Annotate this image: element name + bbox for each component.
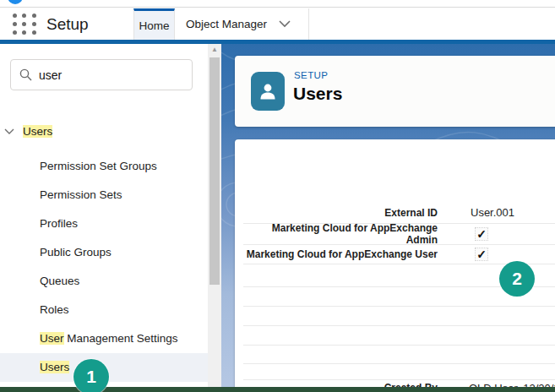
sidebar-item-permission-set-groups[interactable]: Permission Set Groups bbox=[0, 152, 208, 181]
sidebar-item-public-groups[interactable]: Public Groups bbox=[0, 238, 208, 267]
field-value: ✓ bbox=[471, 248, 488, 261]
top-strip bbox=[0, 0, 555, 8]
browser-logo-icon bbox=[8, 0, 23, 4]
chevron-down-icon bbox=[279, 18, 291, 30]
sidebar-item-permission-sets[interactable]: Permission Sets bbox=[0, 181, 208, 210]
page-title: Users bbox=[293, 84, 342, 104]
search-icon bbox=[19, 68, 32, 81]
app-title: Setup bbox=[46, 8, 89, 40]
scrollbar-thumb[interactable] bbox=[209, 57, 220, 285]
tab-home-label: Home bbox=[139, 19, 169, 32]
field-label: Marketing Cloud for AppExchange User bbox=[243, 248, 438, 260]
scrollbar-up-arrow-icon[interactable]: ▲ bbox=[208, 46, 221, 53]
setup-eyebrow: SETUP bbox=[294, 70, 328, 80]
salesforce-setup-screen: Setup Home Object Manager bbox=[0, 0, 555, 392]
detail-row-external-id: External ID User.001 bbox=[243, 202, 555, 224]
tab-object-manager-label: Object Manager bbox=[186, 18, 267, 30]
field-value: ✓ bbox=[471, 227, 488, 241]
detail-row-empty bbox=[243, 326, 555, 346]
sidebar-search[interactable] bbox=[10, 59, 193, 90]
app-bar: Setup Home Object Manager bbox=[0, 8, 555, 40]
detail-row-empty bbox=[243, 307, 555, 326]
page-header-card: SETUP Users bbox=[235, 56, 555, 127]
setup-sidebar: Users Permission Set Groups Permission S… bbox=[0, 44, 208, 392]
chevron-down-icon[interactable] bbox=[4, 125, 14, 138]
annotation-badge-1: 1 bbox=[73, 359, 109, 392]
field-label: External ID bbox=[243, 207, 438, 219]
tree-items: Permission Set Groups Permission Sets Pr… bbox=[0, 152, 208, 382]
detail-row-empty bbox=[243, 346, 555, 364]
user-object-icon bbox=[251, 72, 285, 111]
annotation-badge-2: 2 bbox=[499, 261, 535, 297]
detail-row-empty bbox=[243, 364, 555, 380]
sidebar-item-roles[interactable]: Roles bbox=[0, 296, 208, 324]
tab-object-manager[interactable]: Object Manager bbox=[175, 8, 309, 40]
checked-checkbox-icon: ✓ bbox=[475, 227, 488, 241]
sidebar-scrollbar[interactable]: ▲ bbox=[208, 44, 221, 392]
sidebar-item-user-management-settings[interactable]: User Management Settings bbox=[0, 324, 208, 353]
tab-home[interactable]: Home bbox=[133, 8, 175, 40]
detail-row-mc-appexchange-user: Marketing Cloud for AppExchange User ✓ bbox=[243, 245, 555, 264]
detail-row-mc-appexchange-admin: Marketing Cloud for AppExchange Admin ✓ bbox=[243, 224, 555, 245]
tree-node-users-label: Users bbox=[23, 125, 52, 138]
sidebar-item-profiles[interactable]: Profiles bbox=[0, 210, 208, 238]
sidebar-item-queues[interactable]: Queues bbox=[0, 267, 208, 296]
tree-node-users[interactable]: Users bbox=[0, 120, 208, 142]
detail-rows: External ID User.001 Marketing Cloud for… bbox=[243, 202, 555, 392]
main-content: SETUP Users External ID User.001 Marketi… bbox=[221, 44, 555, 392]
field-value: User.001 bbox=[471, 206, 514, 219]
field-label: Marketing Cloud for AppExchange Admin bbox=[243, 222, 438, 246]
search-input[interactable] bbox=[39, 68, 174, 82]
app-launcher-icon[interactable] bbox=[10, 11, 39, 37]
checked-checkbox-icon: ✓ bbox=[475, 248, 488, 261]
